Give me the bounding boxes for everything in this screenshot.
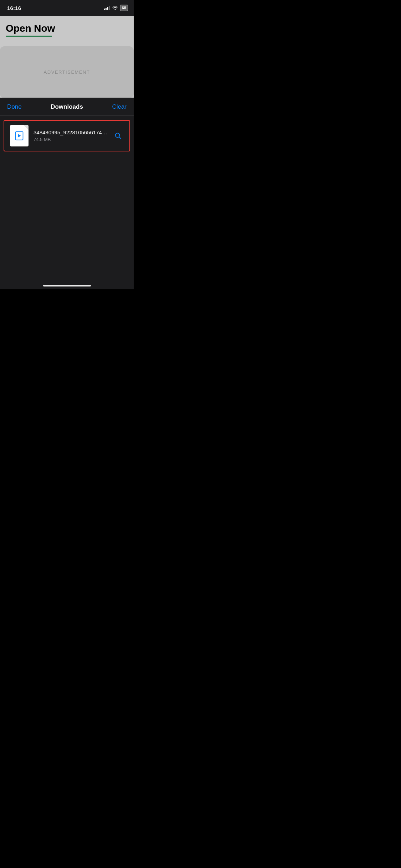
search-icon [114, 132, 122, 140]
file-icon [10, 125, 29, 146]
status-icons: 68 [104, 5, 128, 11]
search-button[interactable] [112, 130, 124, 141]
open-now-title: Open Now [6, 23, 128, 34]
battery-icon: 68 [120, 5, 128, 11]
advertisement-banner: ADVERTISEMENT [0, 46, 134, 98]
clear-button[interactable]: Clear [112, 103, 127, 110]
download-item[interactable]: 348480995_922810565617429_4... 74.5 MB [4, 120, 130, 151]
file-icon-corner [24, 125, 29, 130]
file-name: 348480995_922810565617429_4... [34, 129, 107, 135]
downloads-title: Downloads [51, 103, 83, 110]
home-indicator [43, 285, 91, 286]
status-time: 16:16 [7, 5, 21, 11]
wifi-icon [112, 6, 118, 10]
status-bar: 16:16 68 [0, 0, 134, 16]
downloads-header: Done Downloads Clear [0, 98, 134, 116]
done-button[interactable]: Done [7, 103, 22, 110]
file-info: 348480995_922810565617429_4... 74.5 MB [34, 129, 107, 142]
video-file-icon [14, 131, 24, 141]
downloads-panel: Done Downloads Clear 348480995_922810565… [0, 98, 134, 289]
ad-label: ADVERTISEMENT [44, 69, 90, 75]
file-size: 74.5 MB [34, 137, 107, 142]
open-now-underline [6, 36, 52, 37]
signal-icon [104, 6, 110, 10]
battery-level: 68 [122, 6, 126, 10]
